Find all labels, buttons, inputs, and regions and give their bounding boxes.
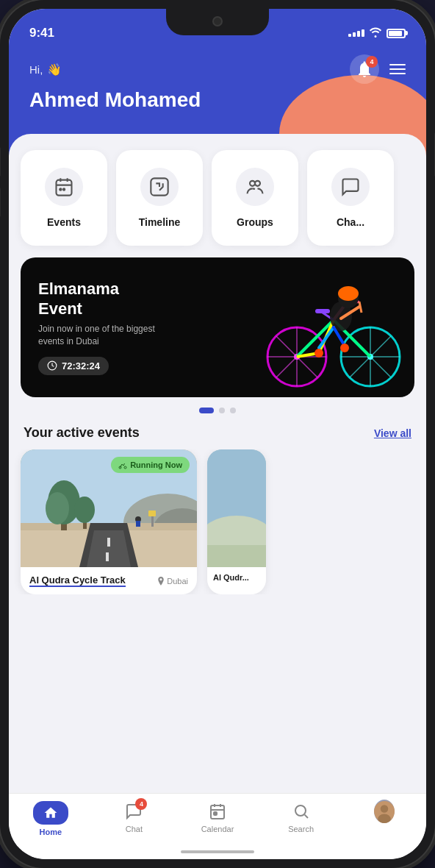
running-badge-text-1: Running Now <box>130 460 182 469</box>
groups-icon <box>236 168 274 206</box>
volume-down-button[interactable] <box>0 188 1 217</box>
events-icon <box>45 168 83 206</box>
quick-nav: Events Timeline <box>9 134 426 253</box>
chat-label: Chat <box>126 825 143 833</box>
nav-card-chats[interactable]: Cha... <box>307 150 394 246</box>
active-events-header: Your active events View all <box>9 419 426 449</box>
event-card-2[interactable]: Al Qudr... <box>207 449 266 594</box>
svg-rect-0 <box>57 180 72 196</box>
menu-line-3 <box>389 73 406 74</box>
groups-label: Groups <box>237 216 273 228</box>
svg-rect-64 <box>211 805 224 819</box>
timer-badge: 72:32:24 <box>38 357 109 375</box>
notch <box>166 9 269 35</box>
chats-icon-nav <box>331 168 370 206</box>
hi-text: Hi, <box>29 63 43 76</box>
home-icon-wrap <box>33 801 68 825</box>
calendar-icon <box>209 803 226 820</box>
signal-bar-1 <box>348 34 351 37</box>
calendar-label: Calendar <box>201 825 234 833</box>
main-content: Events Timeline <box>9 134 426 661</box>
avatar-svg <box>374 800 395 823</box>
clock-icon <box>47 360 57 371</box>
nav-item-chat[interactable]: 4 Chat <box>112 801 156 833</box>
svg-rect-49 <box>106 552 109 561</box>
svg-point-40 <box>340 344 349 352</box>
active-events-title: Your active events <box>24 425 140 441</box>
banner-image <box>245 257 414 397</box>
nav-item-search[interactable]: Search <box>279 801 323 833</box>
event-card-2-image <box>207 449 266 567</box>
search-icon <box>292 803 310 820</box>
svg-rect-56 <box>136 521 140 527</box>
home-label: Home <box>40 828 62 836</box>
wave-icon: 👋 <box>47 63 62 77</box>
profile-avatar-wrap <box>374 801 395 822</box>
svg-point-5 <box>63 188 65 190</box>
nav-item-profile[interactable] <box>362 801 406 822</box>
event-card-1-image: Running Now <box>21 449 197 567</box>
banner-title: Elmanama Event <box>38 280 163 319</box>
event-card-1-info: Al Qudra Cycle Track Dubai <box>21 567 197 594</box>
nav-item-home[interactable]: Home <box>29 801 73 836</box>
status-icons <box>348 27 406 40</box>
nav-card-events[interactable]: Events <box>21 150 107 246</box>
dot-2[interactable] <box>219 408 225 413</box>
bottom-nav: Home 4 Chat <box>9 793 426 859</box>
home-icon <box>43 805 58 820</box>
view-all-link[interactable]: View all <box>374 427 411 439</box>
event-card-1-name: Al Qudra Cycle Track <box>29 574 126 587</box>
svg-point-72 <box>381 805 389 813</box>
chat-icon-wrap: 4 <box>123 801 144 822</box>
menu-line-1 <box>389 64 406 65</box>
dot-3[interactable] <box>230 408 236 413</box>
svg-point-39 <box>314 349 323 357</box>
svg-rect-58 <box>148 511 156 516</box>
greeting-row: Hi, 👋 4 <box>29 54 406 84</box>
user-name: Ahmed Mohamed <box>29 88 406 112</box>
event-card-1-location: Dubai <box>157 577 188 586</box>
svg-point-4 <box>60 188 61 190</box>
svg-rect-68 <box>214 812 217 815</box>
event-card-2-name: Al Qudr... <box>213 573 249 582</box>
svg-point-54 <box>74 497 95 523</box>
cyclist-illustration <box>253 261 414 394</box>
nav-card-groups[interactable]: Groups <box>212 150 298 246</box>
banner-section: Elmanama Event Join now in one of the bi… <box>9 253 426 397</box>
svg-line-70 <box>304 815 307 818</box>
svg-point-69 <box>295 805 306 816</box>
profile-avatar <box>374 800 395 823</box>
bike-icon <box>118 460 127 469</box>
event-banner[interactable]: Elmanama Event Join now in one of the bi… <box>21 257 414 397</box>
signal-bar-3 <box>357 31 360 37</box>
chats-nav-label: Cha... <box>337 216 364 228</box>
header-content: Hi, 👋 4 <box>29 54 406 112</box>
svg-point-60 <box>124 466 126 469</box>
status-time: 9:41 <box>29 26 54 40</box>
timeline-icon <box>140 168 179 206</box>
nav-card-timeline[interactable]: Timeline <box>116 150 203 246</box>
event-card-1[interactable]: Running Now Al Qudra Cycle Track Dubai <box>21 449 197 594</box>
nav-item-calendar[interactable]: Calendar <box>195 801 240 833</box>
event-2-bg <box>207 449 266 567</box>
event-card-2-info: Al Qudr... <box>207 567 266 588</box>
timer-value: 72:32:24 <box>62 360 100 371</box>
home-indicator <box>181 850 254 853</box>
timeline-label: Timeline <box>139 216 181 228</box>
menu-button[interactable] <box>389 64 406 74</box>
dot-1[interactable] <box>199 408 214 413</box>
wifi-icon <box>369 27 382 40</box>
volume-up-button[interactable] <box>0 147 1 177</box>
svg-rect-32 <box>315 309 330 313</box>
battery-icon <box>387 29 406 38</box>
notification-button[interactable]: 4 <box>350 54 379 84</box>
notification-badge: 4 <box>366 56 378 68</box>
chat-badge: 4 <box>135 798 147 810</box>
events-label: Events <box>47 216 81 228</box>
phone-screen: 9:41 <box>9 9 426 859</box>
header-actions: 4 <box>350 54 406 84</box>
signal-bar-4 <box>362 29 364 37</box>
svg-point-8 <box>255 181 260 186</box>
svg-rect-48 <box>107 538 110 547</box>
svg-point-35 <box>338 286 359 301</box>
